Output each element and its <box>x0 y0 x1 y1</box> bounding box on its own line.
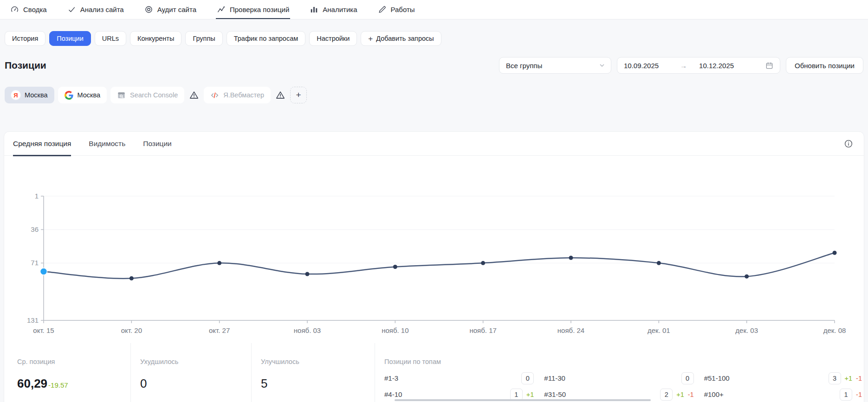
chart-tab-positions[interactable]: Позиции <box>143 132 172 156</box>
avg-position-chart[interactable]: 13671131окт. 15окт. 20окт. 27нояб. 03ноя… <box>4 161 864 338</box>
chart-tab-label: Видимость <box>89 140 125 148</box>
gauge-icon <box>10 5 19 14</box>
date-to-value: 10.12.2025 <box>699 62 734 70</box>
update-positions-label: Обновить позиции <box>795 62 855 70</box>
warning-icon[interactable] <box>189 90 199 100</box>
top-range-label: #1-3 <box>384 374 398 382</box>
info-icon[interactable] <box>844 140 853 148</box>
positions-chart-card: Средняя позиция Видимость Позиции 136711… <box>4 131 864 402</box>
svg-text:131: 131 <box>27 316 39 324</box>
pencil-icon <box>378 5 387 14</box>
engine-tag-webmaster[interactable]: Я.Вебмастер <box>204 87 271 103</box>
top-count: 1 <box>840 389 852 401</box>
svg-text:нояб. 10: нояб. 10 <box>382 326 408 334</box>
svg-text:дек. 01: дек. 01 <box>648 326 670 334</box>
tops-grid: #1-3 0 #11-30 0 #51-100 3 +1 -1 <box>384 372 864 401</box>
group-select-value: Все группы <box>506 62 542 70</box>
engine-tag-label: Москва <box>25 91 48 99</box>
nav-item-analytics[interactable]: Аналитика <box>310 0 357 19</box>
svg-text:дек. 08: дек. 08 <box>823 326 846 334</box>
svg-text:36: 36 <box>31 225 39 233</box>
arrow-right-icon: → <box>680 62 687 70</box>
tab-label: Группы <box>193 35 215 42</box>
engine-tag-label: Москва <box>78 91 101 99</box>
svg-text:71: 71 <box>31 259 39 267</box>
tab-history[interactable]: История <box>5 31 45 46</box>
nav-item-label: Сводка <box>23 6 47 13</box>
svg-text:окт. 15: окт. 15 <box>33 326 54 334</box>
chart-tab-label: Средняя позиция <box>13 140 71 148</box>
top-range-label: #31-50 <box>544 390 566 398</box>
stat-label: Ухудшилось <box>140 358 251 365</box>
tab-settings[interactable]: Настройки <box>309 31 357 46</box>
summary-stats-row: Ср. позиция 60,29 -19.57 Ухудшилось 0 Ул… <box>4 343 864 402</box>
top-delta-down: -1 <box>856 391 862 398</box>
engine-tag-search-console[interactable]: Search Console <box>110 87 184 103</box>
chart-tabs: Средняя позиция Видимость Позиции <box>4 132 864 156</box>
tab-label: URLs <box>102 35 119 42</box>
add-queries-button[interactable]: + Добавить запросы <box>361 31 441 46</box>
chart-tab-visibility[interactable]: Видимость <box>89 132 125 156</box>
engine-tag-label: Я.Вебмастер <box>223 91 264 99</box>
average-position-chart-area[interactable]: 13671131окт. 15окт. 20окт. 27нояб. 03ноя… <box>4 156 864 338</box>
nav-item-label: Проверка позиций <box>230 6 289 13</box>
plus-icon: + <box>368 35 373 43</box>
top-delta-up: +1 <box>845 375 853 382</box>
nav-item-label: Аналитика <box>323 6 357 13</box>
chart-tab-average-position[interactable]: Средняя позиция <box>13 132 71 156</box>
top-delta-down: -1 <box>688 391 694 398</box>
tab-label: Трафик по запросам <box>234 35 298 42</box>
svg-text:окт. 27: окт. 27 <box>209 326 230 334</box>
top-range-item-1-3: #1-3 0 <box>384 372 544 384</box>
engine-tag-google-moscow[interactable]: Москва <box>58 87 107 103</box>
top-count: 0 <box>681 372 694 384</box>
tab-urls[interactable]: URLs <box>95 31 126 46</box>
line-chart-icon <box>217 5 226 14</box>
tab-positions[interactable]: Позиции <box>49 31 91 46</box>
add-queries-label: Добавить запросы <box>376 35 434 42</box>
nav-item-position-check[interactable]: Проверка позиций <box>217 0 289 19</box>
stat-label: Ср. позиция <box>17 358 130 365</box>
search-console-icon <box>117 91 126 100</box>
top-delta-up: +1 <box>676 391 684 398</box>
stat-improved: Улучшилось 5 <box>251 343 375 402</box>
checkmark-icon <box>67 5 76 14</box>
tab-label: Позиции <box>57 35 84 42</box>
top-range-item-4-10: #4-10 1 +1 <box>384 388 544 401</box>
google-icon <box>65 91 73 100</box>
stat-label: Улучшилось <box>261 358 375 365</box>
stat-value: 5 <box>261 376 267 391</box>
stat-value: 60,29 <box>17 376 47 391</box>
stat-average-position: Ср. позиция 60,29 -19.57 <box>4 343 130 402</box>
horizontal-scrollbar-thumb[interactable] <box>395 399 651 401</box>
tab-groups[interactable]: Группы <box>185 31 222 46</box>
top-count: 0 <box>521 372 534 384</box>
nav-item-works[interactable]: Работы <box>378 0 415 19</box>
update-positions-button[interactable]: Обновить позиции <box>786 57 863 74</box>
nav-item-label: Работы <box>391 6 415 13</box>
group-select[interactable]: Все группы <box>499 57 611 74</box>
warning-icon[interactable] <box>275 90 285 100</box>
nav-item-site-analysis[interactable]: Анализ сайта <box>67 0 124 19</box>
top-range-label: #100+ <box>704 390 724 398</box>
date-range-picker[interactable]: 10.09.2025 → 10.12.2025 <box>617 57 780 74</box>
chart-tab-label: Позиции <box>143 140 172 148</box>
page-title: Позиции <box>5 60 46 71</box>
engine-tag-yandex-moscow[interactable]: Я Москва <box>5 87 54 103</box>
target-icon <box>144 5 153 14</box>
tab-competitors[interactable]: Конкуренты <box>130 31 181 46</box>
stat-tops-distribution: Позиции по топам #1-3 0 #11-30 0 #51-100… <box>375 343 864 402</box>
tab-label: Настройки <box>317 35 350 42</box>
nav-item-label: Аудит сайта <box>157 6 196 13</box>
top-range-item-100plus: #100+ 1 -1 <box>704 388 864 401</box>
nav-item-summary[interactable]: Сводка <box>10 0 47 19</box>
stat-value: 0 <box>140 376 147 391</box>
add-engine-button[interactable]: + <box>290 87 307 103</box>
svg-text:окт. 20: окт. 20 <box>121 326 142 334</box>
calendar-icon <box>765 62 773 70</box>
bar-chart-icon <box>310 5 318 14</box>
top-range-label: #4-10 <box>384 390 402 398</box>
nav-item-site-audit[interactable]: Аудит сайта <box>144 0 196 19</box>
tab-query-traffic[interactable]: Трафик по запросам <box>227 31 306 46</box>
stat-label: Позиции по топам <box>384 358 864 365</box>
